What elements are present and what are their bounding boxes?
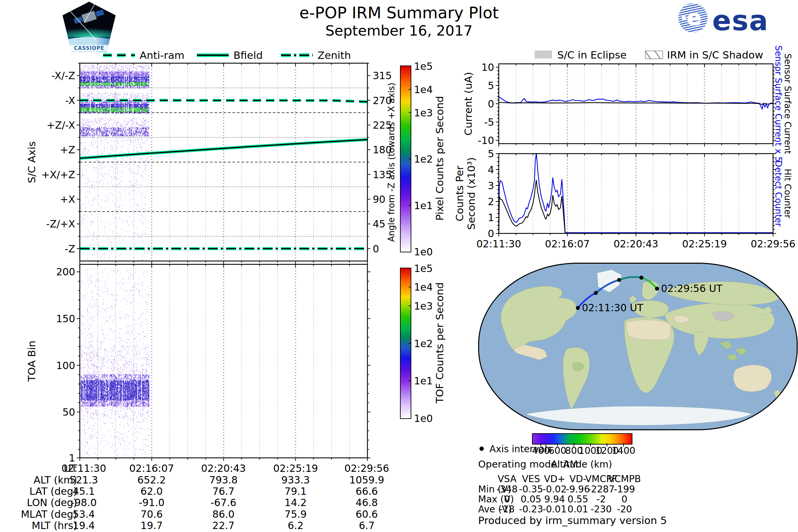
right-time-tick: 02:11:30 [476,238,521,250]
sc-axis-bin-label: -X [62,94,75,106]
legend-label-eclipse: S/C in Eclipse [557,49,627,61]
toa-tick-label: 1 [69,452,75,464]
toa-tick-label: 150 [56,313,75,324]
right-time-tick: 02:16:07 [545,238,590,250]
toa-tick-label: 50 [62,406,75,418]
ephemeris-value: 19.4 [73,520,95,531]
counts-plot-tick-label: 3 [488,180,494,191]
ephemeris-value: 60.6 [356,508,378,520]
tof-colorbar-tick-label: 1e3 [414,300,433,311]
esa-wordmark: esa [712,7,769,35]
voltage-value: -0.23 [519,504,543,515]
cassiope-mission-patch: CASSIOPE [61,2,117,52]
voltage-value: 0.05 [521,494,541,505]
ephemeris-value: 19.7 [141,520,163,531]
ephemeris-row-label: LON (deg) [27,497,77,508]
ephemeris-value: 62.0 [141,486,163,497]
ephemeris-value: 02:29:56 [344,462,390,474]
counts-side-label: Hit Counter [783,169,793,218]
sc-axis-bin-label: -Z [61,243,75,254]
tof-colorbar-tick-label: 1e5 [414,263,433,274]
page-date: September 16, 2017 [325,22,473,39]
legend-line-zenith [281,53,313,58]
pixel-colorbar-tick-label: 1e0 [414,246,433,258]
ephemeris-value: 6.2 [288,520,304,531]
voltage-col-header: VSA [498,474,517,484]
current-plot-tick-label: 10 [481,61,494,73]
voltage-col-header: VD- [570,474,587,484]
current-side-label: Sensor Surface Current [783,54,793,154]
ephemeris-row-label: LAT (deg) [30,486,77,497]
sc-axis-bin-label: +X/+Z [38,169,75,180]
ephemeris-value: 02:11:30 [61,462,107,474]
ephemeris-value: 46.8 [356,497,378,508]
axis-intervals-label: Axis intervals [490,443,552,455]
tof-colorbar-ticks [400,268,411,419]
ephemeris-value: 793.8 [209,474,238,486]
esa-globe-dot [682,16,686,20]
current-plot-tick-label: -5 [484,116,494,128]
right-time-tick: 02:29:56 [751,238,796,250]
world-map: 02:11:30 UT02:29:56 UT [478,263,798,430]
ephemeris-value: 22.7 [212,520,235,531]
toa-tick-label: 200 [56,266,75,278]
ephemeris-value: 652.2 [137,474,166,486]
ephemeris-value: 53.4 [73,508,95,520]
current-side-label: Sensor Surface Current x 5 [773,45,783,162]
pixel-colorbar-title: Pixel Counts per Second [434,96,445,221]
voltage-col-header: VES [522,474,540,484]
voltage-value: 0 [504,494,510,505]
right-time-tick: 02:25:19 [682,238,727,250]
sc-axis-bin-label: +Z/-X [43,119,75,131]
voltage-value: -20 [617,504,632,515]
axis-intervals-dot-icon [479,446,484,451]
pixel-colorbar-tick-label: 1e1 [414,200,433,211]
tof-colorbar-tick-label: 1e2 [414,338,433,349]
legend-label-shadow: IRM in S/C Shadow [667,49,763,61]
voltage-value: 0 [622,494,627,505]
footer-version: Produced by irm_summary version 5 [478,514,667,526]
legend-swatch-eclipse [535,51,552,58]
sc-axis-angle-label: 315 [373,70,392,81]
voltage-col-header: VCMPB [608,474,641,484]
sc-axis-bin-label: +Z [57,144,75,156]
voltage-value: -199 [614,484,635,495]
toa-ylabel: TOA Bin [25,341,38,381]
altitude-tick-label: 1400 [612,445,635,456]
ephemeris-value: -98.0 [71,497,97,508]
sc-axis-bin-label: -Z/+X [43,218,75,230]
voltage-value: -0.01 [543,504,567,515]
counts-plot-tick-label: 5 [488,148,494,159]
voltage-value: -2 [596,494,606,505]
voltage-value: -0.02 [543,484,567,495]
ephemeris-value: 02:16:07 [129,462,174,474]
legend-label-anti-ram: Anti-ram [140,49,185,61]
current-plot-tick-label: -10 [478,135,494,146]
toa-tick-label: 100 [56,359,75,371]
voltage-value: -0.35 [519,484,543,495]
sc-axis-bin-label: +X [57,193,75,205]
counts-ylabel: Counts PerSecond (x10³) [454,157,477,230]
ephemeris-value: -91.0 [139,497,165,508]
counts-plot [499,154,773,233]
voltage-value: -230 [590,504,612,515]
sc-axis-angle-label: 0 [373,243,379,254]
tof-colorbar-title: TOF Counts per Second [434,282,445,403]
irm-summary-plot-page: CASSIOPE e-POP IRM Summary Plot Septembe… [0,0,798,532]
pixel-colorbar-ticks [400,65,411,252]
voltage-value: 9.94 [544,494,565,505]
world-map-svg: 02:11:30 UT02:29:56 UT [479,264,797,429]
current-plot [499,64,773,144]
operating-mode: Operating mode: AM [478,458,578,470]
sc-axis-ylabel: S/C Axis [25,141,38,183]
esa-globe-e: e [687,5,701,30]
ephemeris-value: 02:20:43 [201,462,246,474]
ephemeris-row-label: MLAT (deg) [21,508,77,520]
pixel-colorbar-tick-label: 1e3 [414,107,433,118]
counts-plot-tick-label: 1 [488,212,494,224]
sc-axis-bin-label: -X/-Z [48,70,75,81]
voltage-col-header: VD+ [544,474,565,484]
map-start-label: 02:11:30 UT [582,302,643,314]
ephemeris-value: -67.6 [210,497,236,508]
current-plot-tick-label: 5 [488,79,494,91]
